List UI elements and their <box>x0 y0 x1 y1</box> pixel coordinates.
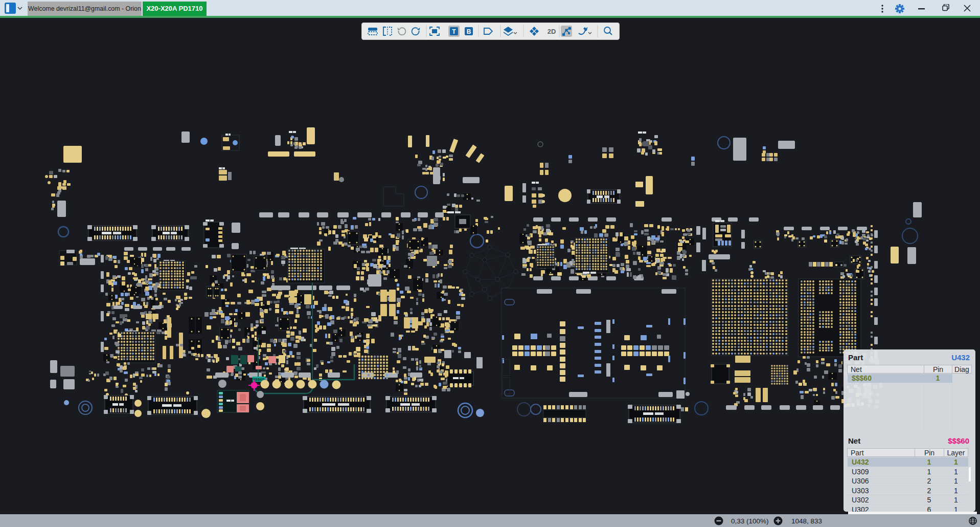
svg-text:1048, 833: 1048, 833 <box>791 517 822 525</box>
svg-text:T: T <box>452 28 456 35</box>
svg-text:B: B <box>467 28 471 35</box>
svg-text:0,33 (100%): 0,33 (100%) <box>731 517 769 525</box>
svg-text:2D: 2D <box>548 28 556 35</box>
